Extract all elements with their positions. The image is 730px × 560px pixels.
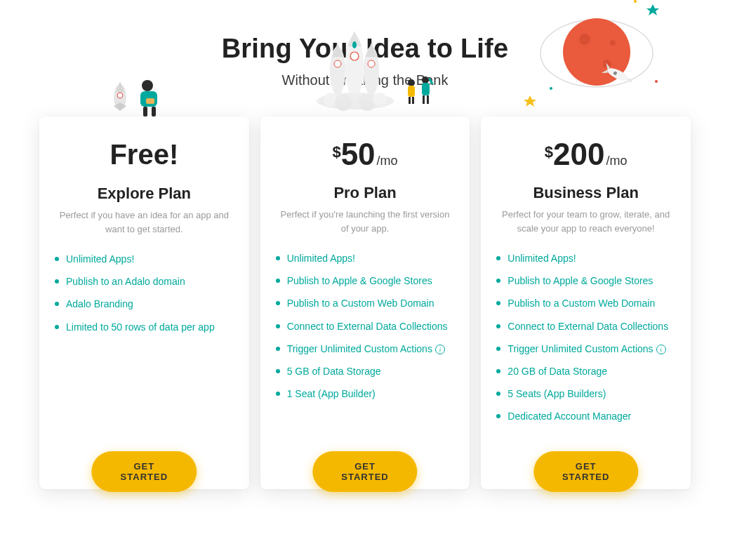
feature-item: Trigger Unlimited Custom Actionsi: [276, 342, 455, 355]
svg-point-34: [634, 0, 637, 3]
get-started-button[interactable]: GET STARTED: [533, 451, 638, 492]
feature-item: Publish to Apple & Google Stores: [496, 274, 675, 287]
plan-name: Explore Plan: [55, 185, 234, 203]
plan-period: /mo: [377, 154, 398, 168]
plan-period: /mo: [606, 154, 628, 168]
svg-point-23: [373, 93, 387, 107]
svg-rect-26: [409, 97, 411, 104]
feature-item: 1 Seat (App Builder): [276, 387, 455, 400]
plan-description: Perfect for your team to grow, iterate, …: [496, 208, 675, 235]
plan-description: Perfect if you're launching the first ve…: [276, 208, 455, 235]
get-started-button[interactable]: GET STARTED: [312, 451, 417, 492]
plan-price: Free!: [109, 139, 178, 170]
info-icon[interactable]: i: [656, 345, 666, 354]
feature-list: Unlimited Apps! Publish to Apple & Googl…: [276, 252, 455, 410]
svg-marker-3: [114, 102, 126, 111]
feature-list: Unlimited Apps! Publish to Apple & Googl…: [496, 252, 675, 433]
plan-name: Business Plan: [496, 184, 675, 202]
plan-price: 50: [341, 137, 376, 171]
feature-list: Unlimited Apps! Publish to an Adalo doma…: [55, 253, 234, 343]
svg-point-22: [359, 94, 376, 111]
page-subtitle: Without Breaking the Bank: [0, 72, 730, 88]
feature-item: Adalo Branding: [55, 298, 234, 310]
pricing-card-business: $200/mo Business Plan Perfect for your t…: [481, 116, 691, 489]
feature-item: Connect to External Data Collections: [496, 320, 675, 333]
svg-rect-27: [412, 97, 414, 104]
get-started-button[interactable]: GET STARTED: [92, 451, 197, 492]
feature-item: Publish to a Custom Web Domain: [496, 297, 675, 309]
feature-item: Publish to Apple & Google Stores: [276, 274, 455, 287]
feature-item: Limited to 50 rows of data per app: [55, 321, 234, 333]
feature-item: Unlimited Apps!: [496, 252, 675, 265]
feature-item: Connect to External Data Collections: [276, 320, 455, 333]
svg-rect-30: [423, 95, 425, 104]
feature-item: Publish to a Custom Web Domain: [276, 297, 455, 309]
svg-rect-7: [152, 107, 156, 116]
plan-description: Perfect if you have an idea for an app a…: [55, 208, 234, 236]
currency-symbol: $: [545, 143, 553, 161]
feature-item: Unlimited Apps!: [276, 252, 455, 265]
svg-marker-36: [524, 95, 536, 107]
svg-point-20: [324, 93, 338, 107]
feature-item: Dedicated Account Manager: [496, 410, 675, 422]
feature-item: Unlimited Apps!: [55, 253, 234, 265]
pricing-card-explore: Free! Explore Plan Perfect if you have a…: [39, 116, 249, 489]
feature-item: Publish to an Adalo domain: [55, 275, 234, 288]
feature-item: Trigger Unlimited Custom Actionsi: [496, 342, 675, 355]
svg-rect-31: [427, 95, 429, 104]
pricing-plans: Free! Explore Plan Perfect if you have a…: [0, 116, 730, 517]
svg-point-19: [317, 93, 394, 109]
svg-rect-6: [143, 107, 147, 116]
svg-point-21: [335, 94, 352, 111]
feature-item: 5 GB of Data Storage: [276, 365, 455, 378]
info-icon[interactable]: i: [435, 345, 445, 354]
feature-item: 5 Seats (App Builders): [496, 387, 675, 400]
feature-item: 20 GB of Data Storage: [496, 365, 675, 378]
pricing-card-pro: $50/mo Pro Plan Perfect if you're launch…: [260, 116, 470, 489]
svg-rect-5: [140, 91, 157, 107]
plan-name: Pro Plan: [276, 184, 455, 202]
page-title: Bring Your Idea to Life: [0, 34, 730, 64]
plan-price: 200: [553, 137, 604, 171]
svg-point-2: [117, 93, 123, 98]
currency-symbol: $: [332, 143, 340, 161]
svg-marker-33: [646, 4, 659, 15]
svg-rect-8: [146, 98, 154, 104]
